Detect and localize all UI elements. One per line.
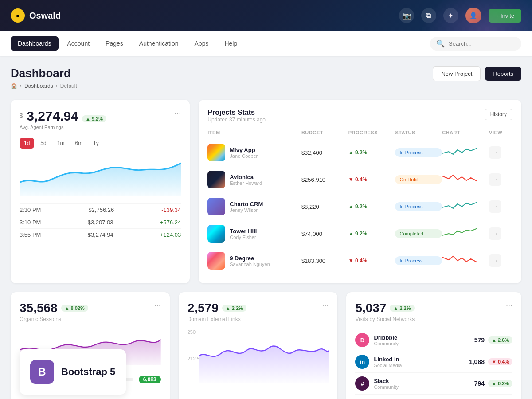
project-row-tower: Tower Hill Cody Fisher $74,000 ▲ 9.2% Co… — [207, 220, 512, 247]
project-name: 9 Degree — [230, 255, 270, 262]
project-row-avionica: Avionica Esther Howard $256,910 ▼ 0.4% O… — [207, 166, 512, 193]
filter-5d[interactable]: 5d — [36, 138, 51, 149]
nav-item-pages[interactable]: Pages — [98, 36, 130, 51]
card-menu-icon[interactable]: ··· — [322, 301, 329, 310]
filter-1d[interactable]: 1d — [20, 138, 34, 149]
earnings-label: Avg. Agent Earnings — [20, 125, 106, 130]
social-value: 5,037 — [355, 301, 386, 315]
project-thumb — [207, 252, 225, 270]
social-left: # Slack Community — [355, 376, 399, 391]
search-input[interactable] — [449, 40, 515, 47]
social-badge: ▲ 2.2% — [390, 305, 414, 312]
view-button[interactable]: → — [489, 200, 501, 213]
project-author: Jane Cooper — [230, 153, 258, 159]
card-menu-icon[interactable]: ··· — [154, 301, 161, 310]
reports-button[interactable]: Reports — [485, 67, 521, 81]
project-details: Tower Hill Cody Fisher — [230, 228, 257, 240]
card-menu-icon[interactable]: ··· — [174, 109, 181, 118]
currency-symbol: $ — [20, 112, 23, 119]
layers-icon[interactable]: ⧉ — [421, 8, 436, 23]
social-list: D Dribbble Community 579 ▲ 2.6% in — [355, 329, 512, 395]
card-menu-icon[interactable]: ··· — [506, 301, 512, 310]
top-bar: ● Oswald 📷 ⧉ ✦ 👤 + Invite — [0, 0, 532, 31]
project-budget: $256,910 — [301, 176, 348, 183]
domain-value: 2,579 — [188, 301, 219, 315]
view-button[interactable]: → — [489, 173, 501, 186]
search-bar: 🔍 — [430, 37, 521, 51]
project-thumb — [207, 144, 225, 161]
project-details: Charto CRM Jenny Wilson — [230, 201, 263, 213]
avatar[interactable]: 👤 — [466, 8, 481, 23]
breadcrumb-dashboards[interactable]: Dashboards — [24, 83, 53, 89]
mini-chart — [442, 254, 489, 268]
social-change: ▼ 0.4% — [488, 358, 512, 365]
row-change: -139.34 — [161, 207, 181, 213]
domain-header: 2,579 ▲ 2.2% Domain External Links ··· — [188, 301, 329, 322]
social-label: Visits by Social Networks — [355, 316, 415, 322]
social-item-linkedin: in Linked In Social Media 1,088 ▼ 0.4% — [355, 351, 512, 373]
nav-item-account[interactable]: Account — [60, 36, 97, 51]
nav-item-apps[interactable]: Apps — [188, 36, 216, 51]
organic-values: 35,568 ▲ 8.02% Organic Sessions — [20, 301, 88, 322]
project-progress: ▲ 9.2% — [348, 231, 395, 237]
row-change: +124.03 — [160, 231, 181, 238]
earnings-table: 2:30 PM $2,756.26 -139.34 3:10 PM $3,207… — [20, 203, 181, 241]
social-info: Slack Community — [374, 378, 399, 390]
mini-chart — [442, 172, 489, 187]
domain-chart: 250 212.5 — [188, 329, 329, 383]
camera-icon[interactable]: 📷 — [399, 8, 414, 23]
earnings-row-3: 3:55 PM $3,274.94 +124.03 — [20, 228, 181, 241]
projects-header: Projects Stats Updated 37 minutes ago Hi… — [207, 109, 512, 123]
project-row-9degree: 9 Degree Savannah Nguyen $183,300 ▼ 0.4%… — [207, 247, 512, 274]
view-button[interactable]: → — [489, 146, 501, 159]
invite-button[interactable]: + Invite — [489, 9, 521, 23]
earnings-badge: ▲ 9.2% — [82, 115, 106, 122]
organic-value: 35,568 — [20, 301, 58, 315]
linkedin-icon: in — [355, 355, 369, 369]
social-values: 5,037 ▲ 2.2% Visits by Social Networks — [355, 301, 415, 322]
project-author: Jenny Wilson — [230, 207, 263, 213]
nav-item-authentication[interactable]: Authentication — [132, 36, 186, 51]
earnings-card: $ 3,274.94 ▲ 9.2% Avg. Agent Earnings ··… — [11, 100, 190, 283]
col-budget: BUDGET — [301, 130, 348, 135]
status-badge: On Hold — [395, 175, 442, 184]
social-count: 794 — [474, 380, 485, 387]
social-networks-card: 5,037 ▲ 2.2% Visits by Social Networks ·… — [346, 292, 521, 399]
logo-area: ● Oswald — [11, 8, 399, 23]
row-value: $3,274.94 — [88, 231, 113, 238]
main-content: Dashboard 🏠 › Dashboards › Default New P… — [0, 56, 532, 399]
project-name: Tower Hill — [230, 228, 257, 235]
share-icon[interactable]: ✦ — [443, 8, 458, 23]
earnings-amount: $ 3,274.94 — [20, 109, 78, 124]
new-project-button[interactable]: New Project — [433, 66, 481, 81]
social-type: Community — [374, 341, 399, 346]
page-title-area: Dashboard 🏠 › Dashboards › Default — [11, 66, 77, 89]
filter-1m[interactable]: 1m — [53, 138, 69, 149]
breadcrumb-default: Default — [60, 83, 77, 89]
view-button[interactable]: → — [489, 254, 501, 267]
breadcrumb: 🏠 › Dashboards › Default — [11, 83, 77, 89]
nav-item-help[interactable]: Help — [217, 36, 244, 51]
project-progress: ▲ 9.2% — [348, 203, 395, 210]
row-value: $3,207.03 — [88, 219, 113, 226]
project-info: 9 Degree Savannah Nguyen — [207, 252, 301, 270]
filter-6m[interactable]: 6m — [70, 138, 87, 149]
social-name: Dribbble — [374, 334, 399, 341]
nav-item-dashboards[interactable]: Dashboards — [11, 36, 59, 51]
status-badge: In Process — [395, 256, 442, 265]
project-name: Mivy App — [230, 147, 258, 153]
page-header: Dashboard 🏠 › Dashboards › Default New P… — [11, 66, 521, 89]
social-item-dribbble: D Dribbble Community 579 ▲ 2.6% — [355, 329, 512, 351]
project-thumb — [207, 198, 225, 215]
project-progress: ▲ 9.2% — [348, 149, 395, 156]
social-change: ▲ 0.2% — [488, 380, 512, 387]
project-row-charto: Charto CRM Jenny Wilson $8,220 ▲ 9.2% In… — [207, 193, 512, 220]
domain-label: Domain External Links — [188, 316, 246, 322]
nav-bar: Dashboards Account Pages Authentication … — [0, 31, 532, 56]
history-button[interactable]: History — [485, 109, 512, 120]
project-info: Mivy App Jane Cooper — [207, 144, 301, 161]
filter-1y[interactable]: 1y — [89, 138, 103, 149]
view-button[interactable]: → — [489, 227, 501, 240]
project-row-mivy: Mivy App Jane Cooper $32,400 ▲ 9.2% In P… — [207, 139, 512, 166]
social-count: 579 — [474, 336, 485, 344]
